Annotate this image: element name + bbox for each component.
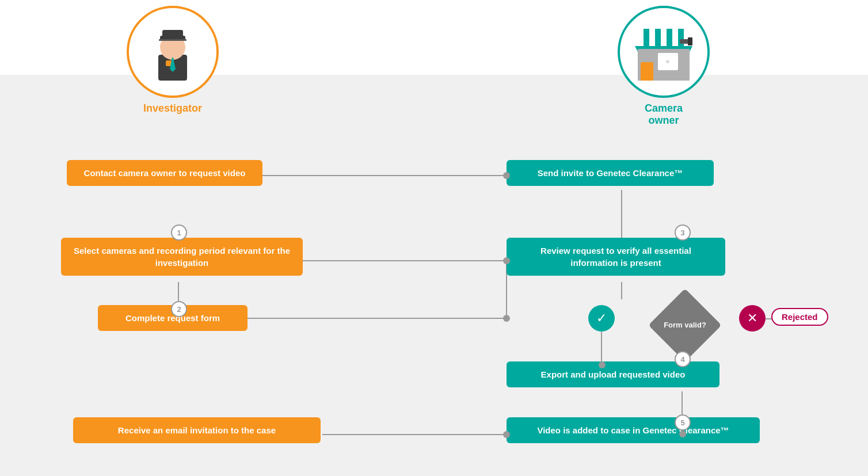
receive-email-box: Receive an email invitation to the case — [73, 417, 321, 443]
send-invite-box: Send invite to Genetec Clearance™ — [507, 160, 714, 186]
svg-rect-15 — [162, 30, 183, 38]
step-1-number: 1 — [171, 224, 187, 241]
check-circle: ✓ — [588, 305, 615, 332]
svg-rect-29 — [641, 62, 653, 81]
svg-rect-18 — [170, 52, 176, 58]
svg-rect-21 — [638, 29, 644, 46]
step-4-number: 4 — [675, 351, 691, 367]
content-area: Investigator — [0, 0, 868, 476]
camera-owner-circle — [618, 6, 710, 98]
svg-rect-23 — [661, 29, 667, 46]
connector-dot-6 — [503, 431, 510, 438]
svg-rect-22 — [649, 29, 655, 46]
review-request-box: Review request to verify all essential i… — [507, 238, 725, 276]
form-valid-label: Form valid? — [664, 321, 706, 330]
x-circle: ✕ — [739, 305, 766, 332]
store-icon — [629, 17, 698, 86]
connector-dot-4 — [599, 361, 606, 368]
contact-camera-owner-box: Contact camera owner to request video — [67, 160, 262, 186]
investigator-icon — [138, 17, 207, 86]
connector-dot-2 — [503, 257, 510, 264]
video-added-box: Video is added to case in Genetec Cleara… — [507, 417, 760, 443]
camera-owner-label: Cameraowner — [645, 102, 683, 127]
step-2-number: 2 — [171, 301, 187, 317]
investigator-label: Investigator — [143, 102, 202, 115]
camera-owner-persona: Cameraowner — [618, 6, 710, 127]
investigator-circle — [127, 6, 219, 98]
svg-rect-24 — [672, 29, 678, 46]
connector-dot-1 — [503, 172, 510, 179]
form-valid-diamond: Form valid? — [659, 299, 711, 351]
select-cameras-box: Select cameras and recording period rele… — [61, 238, 303, 276]
connector-dot-5 — [679, 431, 686, 437]
rejected-badge: Rejected — [771, 308, 828, 326]
svg-rect-19 — [159, 39, 186, 41]
investigator-persona: Investigator — [127, 6, 219, 115]
connector-dot-3 — [503, 315, 510, 322]
step-5-number: 5 — [675, 414, 691, 431]
svg-rect-31 — [688, 37, 692, 45]
step-3-number: 3 — [675, 224, 691, 241]
svg-point-32 — [666, 60, 669, 63]
